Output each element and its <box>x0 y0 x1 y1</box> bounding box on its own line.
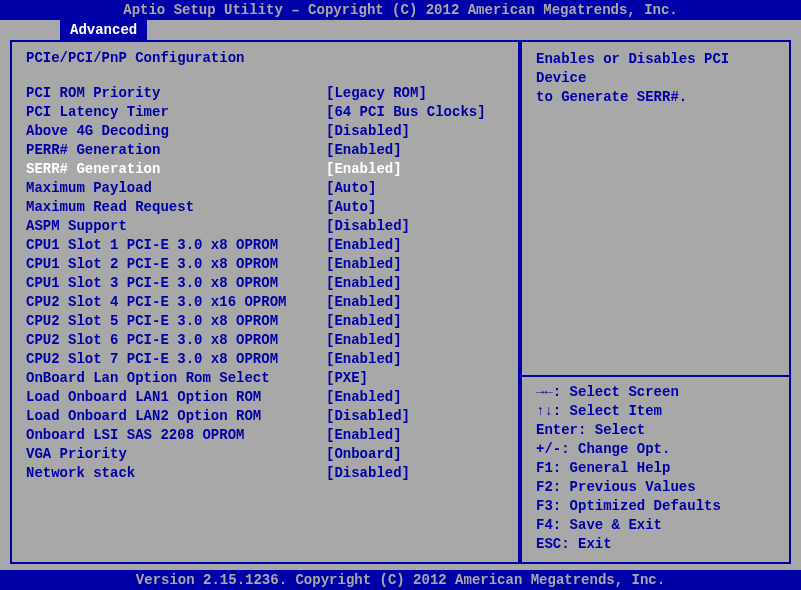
keys-legend: →←: Select Screen↑↓: Select ItemEnter: S… <box>536 383 775 554</box>
option-row[interactable]: PCI Latency Timer[64 PCI Bus Clocks] <box>26 103 504 122</box>
key-hint: ↑↓: Select Item <box>536 402 775 421</box>
option-label: CPU2 Slot 7 PCI-E 3.0 x8 OPROM <box>26 350 326 369</box>
option-label: Maximum Read Request <box>26 198 326 217</box>
option-row[interactable]: Maximum Payload[Auto] <box>26 179 504 198</box>
option-value: [PXE] <box>326 369 368 388</box>
option-row[interactable]: CPU2 Slot 6 PCI-E 3.0 x8 OPROM[Enabled] <box>26 331 504 350</box>
option-row[interactable]: Onboard LSI SAS 2208 OPROM[Enabled] <box>26 426 504 445</box>
section-title: PCIe/PCI/PnP Configuration <box>26 50 504 66</box>
key-hint: F2: Previous Values <box>536 478 775 497</box>
option-value: [Enabled] <box>326 255 402 274</box>
option-label: CPU1 Slot 1 PCI-E 3.0 x8 OPROM <box>26 236 326 255</box>
option-value: [Enabled] <box>326 312 402 331</box>
option-value: [Enabled] <box>326 293 402 312</box>
option-value: [Enabled] <box>326 331 402 350</box>
option-label: ASPM Support <box>26 217 326 236</box>
option-label: Above 4G Decoding <box>26 122 326 141</box>
tab-bar: Advanced <box>0 20 801 40</box>
option-value: [Enabled] <box>326 236 402 255</box>
option-label: Load Onboard LAN2 Option ROM <box>26 407 326 426</box>
option-row[interactable]: SERR# Generation[Enabled] <box>26 160 504 179</box>
option-value: [Enabled] <box>326 350 402 369</box>
option-row[interactable]: CPU2 Slot 4 PCI-E 3.0 x16 OPROM[Enabled] <box>26 293 504 312</box>
panel-divider <box>522 375 789 377</box>
option-label: CPU1 Slot 2 PCI-E 3.0 x8 OPROM <box>26 255 326 274</box>
option-value: [64 PCI Bus Clocks] <box>326 103 486 122</box>
tab-advanced[interactable]: Advanced <box>60 20 147 40</box>
footer-bar: Version 2.15.1236. Copyright (C) 2012 Am… <box>0 570 801 590</box>
option-label: CPU2 Slot 4 PCI-E 3.0 x16 OPROM <box>26 293 326 312</box>
key-hint: F4: Save & Exit <box>536 516 775 535</box>
option-row[interactable]: CPU1 Slot 2 PCI-E 3.0 x8 OPROM[Enabled] <box>26 255 504 274</box>
option-row[interactable]: CPU2 Slot 7 PCI-E 3.0 x8 OPROM[Enabled] <box>26 350 504 369</box>
option-value: [Auto] <box>326 198 376 217</box>
bios-root: Aptio Setup Utility – Copyright (C) 2012… <box>0 0 801 590</box>
title-bar: Aptio Setup Utility – Copyright (C) 2012… <box>0 0 801 20</box>
option-value: [Auto] <box>326 179 376 198</box>
key-hint: +/-: Change Opt. <box>536 440 775 459</box>
key-hint: →←: Select Screen <box>536 383 775 402</box>
option-row[interactable]: Load Onboard LAN2 Option ROM[Disabled] <box>26 407 504 426</box>
option-value: [Enabled] <box>326 274 402 293</box>
option-label: PERR# Generation <box>26 141 326 160</box>
option-value: [Disabled] <box>326 217 410 236</box>
options-panel: PCIe/PCI/PnP Configuration PCI ROM Prior… <box>10 40 520 564</box>
option-row[interactable]: CPU1 Slot 3 PCI-E 3.0 x8 OPROM[Enabled] <box>26 274 504 293</box>
option-row[interactable]: PCI ROM Priority[Legacy ROM] <box>26 84 504 103</box>
option-label: SERR# Generation <box>26 160 326 179</box>
option-row[interactable]: PERR# Generation[Enabled] <box>26 141 504 160</box>
main-area: PCIe/PCI/PnP Configuration PCI ROM Prior… <box>0 40 801 570</box>
option-row[interactable]: Above 4G Decoding[Disabled] <box>26 122 504 141</box>
option-label: Load Onboard LAN1 Option ROM <box>26 388 326 407</box>
option-label: CPU2 Slot 6 PCI-E 3.0 x8 OPROM <box>26 331 326 350</box>
options-list: PCI ROM Priority[Legacy ROM]PCI Latency … <box>26 84 504 483</box>
option-value: [Enabled] <box>326 426 402 445</box>
option-label: VGA Priority <box>26 445 326 464</box>
option-label: PCI Latency Timer <box>26 103 326 122</box>
option-label: CPU1 Slot 3 PCI-E 3.0 x8 OPROM <box>26 274 326 293</box>
option-label: OnBoard Lan Option Rom Select <box>26 369 326 388</box>
key-hint: F3: Optimized Defaults <box>536 497 775 516</box>
option-row[interactable]: Maximum Read Request[Auto] <box>26 198 504 217</box>
option-label: CPU2 Slot 5 PCI-E 3.0 x8 OPROM <box>26 312 326 331</box>
option-value: [Disabled] <box>326 464 410 483</box>
help-spacer <box>536 107 775 375</box>
option-value: [Disabled] <box>326 122 410 141</box>
help-text-line2: to Generate SERR#. <box>536 88 775 107</box>
help-text-line1: Enables or Disables PCI Device <box>536 50 775 88</box>
option-row[interactable]: ASPM Support[Disabled] <box>26 217 504 236</box>
key-hint: Enter: Select <box>536 421 775 440</box>
option-label: Network stack <box>26 464 326 483</box>
option-value: [Enabled] <box>326 388 402 407</box>
option-row[interactable]: Load Onboard LAN1 Option ROM[Enabled] <box>26 388 504 407</box>
option-value: [Onboard] <box>326 445 402 464</box>
help-panel: Enables or Disables PCI Device to Genera… <box>520 40 791 564</box>
key-hint: F1: General Help <box>536 459 775 478</box>
option-label: Onboard LSI SAS 2208 OPROM <box>26 426 326 445</box>
option-value: [Disabled] <box>326 407 410 426</box>
option-row[interactable]: OnBoard Lan Option Rom Select[PXE] <box>26 369 504 388</box>
option-value: [Legacy ROM] <box>326 84 427 103</box>
option-row[interactable]: Network stack[Disabled] <box>26 464 504 483</box>
key-hint: ESC: Exit <box>536 535 775 554</box>
option-row[interactable]: CPU2 Slot 5 PCI-E 3.0 x8 OPROM[Enabled] <box>26 312 504 331</box>
option-value: [Enabled] <box>326 160 402 179</box>
option-row[interactable]: CPU1 Slot 1 PCI-E 3.0 x8 OPROM[Enabled] <box>26 236 504 255</box>
option-row[interactable]: VGA Priority[Onboard] <box>26 445 504 464</box>
option-label: PCI ROM Priority <box>26 84 326 103</box>
option-label: Maximum Payload <box>26 179 326 198</box>
option-value: [Enabled] <box>326 141 402 160</box>
